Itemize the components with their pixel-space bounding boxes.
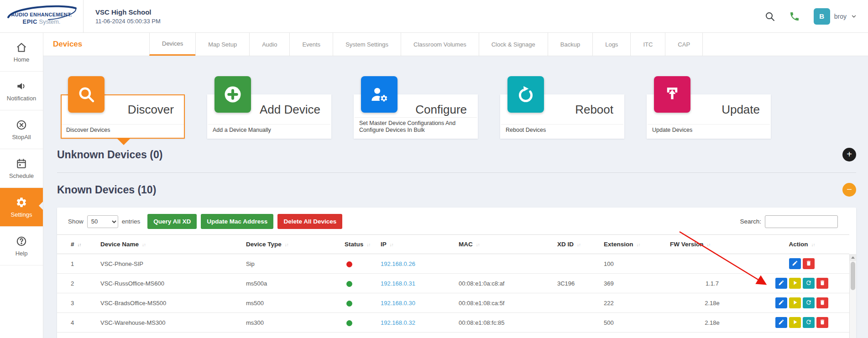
refresh-icon bbox=[805, 299, 812, 307]
device-row-1: 1VSC-Phone-SIPSip192.168.0.26100 bbox=[57, 254, 849, 274]
device-fw-version bbox=[670, 254, 754, 274]
phone-icon[interactable] bbox=[789, 11, 800, 22]
sort-icon: ↓↑ bbox=[366, 242, 370, 247]
tab-audio[interactable]: Audio bbox=[249, 33, 289, 56]
device-actions bbox=[754, 254, 849, 274]
sidebar-item-stopall[interactable]: StopAll bbox=[0, 110, 43, 149]
sort-icon: ↓↑ bbox=[707, 242, 711, 247]
device-ip-link[interactable]: 192.168.0.31 bbox=[381, 280, 415, 287]
tab-itc[interactable]: ITC bbox=[630, 33, 665, 56]
tab-logs[interactable]: Logs bbox=[592, 33, 630, 56]
edit-device-button[interactable] bbox=[789, 258, 801, 269]
column-header-mac[interactable]: MAC↓↑ bbox=[459, 235, 557, 254]
tab-clock-signage[interactable]: Clock & Signage bbox=[479, 33, 548, 56]
devices-table: #↓↑Device Name↓↑Device Type↓↑Status↓↑IP↓… bbox=[57, 234, 849, 333]
play-icon bbox=[792, 280, 798, 287]
action-card-discover[interactable]: DiscoverDiscover Devices bbox=[61, 94, 185, 139]
column-header-ip[interactable]: IP↓↑ bbox=[381, 235, 459, 254]
row-number: 4 bbox=[57, 313, 100, 333]
delete-device-button[interactable] bbox=[803, 258, 815, 269]
status-dot-green bbox=[346, 301, 352, 307]
refresh-device-button[interactable] bbox=[803, 278, 815, 289]
sort-icon: ↓↑ bbox=[78, 242, 81, 247]
sidebar-item-help[interactable]: Help bbox=[0, 227, 43, 265]
sort-icon: ↓↑ bbox=[476, 242, 480, 247]
tab-cap[interactable]: CAP bbox=[665, 33, 703, 56]
delete-all-devices-button[interactable]: Delete All Devices bbox=[277, 214, 342, 229]
device-ip-link[interactable]: 192.168.0.30 bbox=[381, 300, 415, 307]
sidebar-item-notification[interactable]: Notification bbox=[0, 72, 43, 110]
query-all-xd-button[interactable]: Query All XD bbox=[147, 214, 197, 229]
scrollbar-thumb[interactable] bbox=[851, 262, 855, 290]
page-size-select[interactable]: 50 bbox=[87, 215, 118, 228]
delete-icon bbox=[819, 319, 826, 327]
column-header-device-name[interactable]: Device Name↓↑ bbox=[100, 235, 246, 254]
edit-device-button[interactable] bbox=[775, 297, 787, 308]
tab-system-settings[interactable]: System Settings bbox=[333, 33, 401, 56]
delete-device-button[interactable] bbox=[816, 297, 828, 308]
play-device-button[interactable] bbox=[789, 297, 801, 308]
column-header-action[interactable]: Action↓↑ bbox=[754, 235, 849, 254]
device-extension: 369 bbox=[604, 274, 670, 293]
add-device-circle-button[interactable]: + bbox=[842, 148, 856, 161]
column-header-fw-version[interactable]: FW Version↓↑ bbox=[670, 235, 754, 254]
device-fw-version: 2.18e bbox=[670, 313, 754, 333]
sidebar-item-settings[interactable]: Settings bbox=[0, 188, 43, 227]
search-icon[interactable] bbox=[764, 11, 775, 22]
device-type: ms500a bbox=[246, 274, 345, 293]
device-ip: 192.168.0.30 bbox=[381, 293, 459, 313]
unknown-devices-title: Unknown Devices (0) bbox=[57, 149, 162, 161]
play-device-button[interactable] bbox=[789, 278, 801, 289]
sidebar-item-home[interactable]: Home bbox=[0, 33, 43, 72]
column-header-status[interactable]: Status↓↑ bbox=[345, 235, 381, 254]
delete-device-button[interactable] bbox=[816, 317, 828, 328]
username: broy bbox=[834, 13, 847, 20]
device-ip-link[interactable]: 192.168.0.26 bbox=[381, 260, 415, 267]
device-mac: 00:08:e1:0a:c8:af bbox=[459, 274, 557, 293]
section-divider bbox=[57, 172, 856, 173]
column-header-extension[interactable]: Extension↓↑ bbox=[604, 235, 670, 254]
schedule-icon bbox=[16, 158, 27, 170]
device-xdid: 3C196 bbox=[557, 274, 604, 293]
action-card-reboot[interactable]: RebootReboot Devices bbox=[500, 94, 624, 139]
sort-icon: ↓↑ bbox=[577, 242, 580, 247]
edit-device-button[interactable] bbox=[775, 278, 787, 289]
tab-events[interactable]: Events bbox=[289, 33, 333, 56]
device-actions bbox=[754, 313, 849, 333]
reboot-icon bbox=[507, 76, 544, 113]
user-menu[interactable]: B broy bbox=[814, 8, 857, 25]
tab-backup[interactable]: Backup bbox=[548, 33, 592, 56]
card-caption: Update Devices bbox=[648, 124, 770, 138]
row-number: 2 bbox=[57, 274, 100, 293]
refresh-device-button[interactable] bbox=[803, 317, 815, 328]
scrollbar-up-arrow[interactable] bbox=[850, 254, 856, 261]
tab-devices[interactable]: Devices bbox=[149, 33, 195, 56]
action-card-configure[interactable]: ConfigureSet Master Device Configuration… bbox=[354, 94, 478, 139]
action-card-add-device[interactable]: Add DeviceAdd a Device Manually bbox=[207, 94, 331, 139]
table-scrollbar[interactable] bbox=[849, 254, 856, 338]
device-ip-link[interactable]: 192.168.0.32 bbox=[381, 319, 415, 326]
device-ip: 192.168.0.31 bbox=[381, 274, 459, 293]
device-mac bbox=[459, 254, 557, 274]
upload-icon bbox=[654, 76, 690, 113]
sidebar-item-schedule[interactable]: Schedule bbox=[0, 149, 43, 188]
tab-map-setup[interactable]: Map Setup bbox=[195, 33, 249, 56]
device-name: VSC-RussOffice-MS600 bbox=[100, 274, 246, 293]
tab-classroom-volumes[interactable]: Classroom Volumes bbox=[401, 33, 479, 56]
refresh-device-button[interactable] bbox=[803, 297, 815, 308]
device-status bbox=[345, 293, 381, 313]
play-device-button[interactable] bbox=[789, 317, 801, 328]
device-xdid bbox=[557, 254, 604, 274]
table-controls: Show 50 entries Query All XDUpdate Mac A… bbox=[57, 208, 856, 234]
update-mac-address-button[interactable]: Update Mac Address bbox=[201, 214, 273, 229]
status-dot-green bbox=[346, 320, 352, 326]
collapse-known-button[interactable]: − bbox=[842, 183, 856, 197]
tabbar: Devices DevicesMap SetupAudioEventsSyste… bbox=[43, 33, 868, 56]
action-card-update[interactable]: UpdateUpdate Devices bbox=[647, 94, 771, 139]
edit-device-button[interactable] bbox=[775, 317, 787, 328]
column-header-[interactable]: #↓↑ bbox=[57, 235, 100, 254]
column-header-xd-id[interactable]: XD ID↓↑ bbox=[557, 235, 604, 254]
column-header-device-type[interactable]: Device Type↓↑ bbox=[246, 235, 345, 254]
delete-device-button[interactable] bbox=[816, 278, 828, 289]
table-search-input[interactable] bbox=[765, 215, 838, 228]
